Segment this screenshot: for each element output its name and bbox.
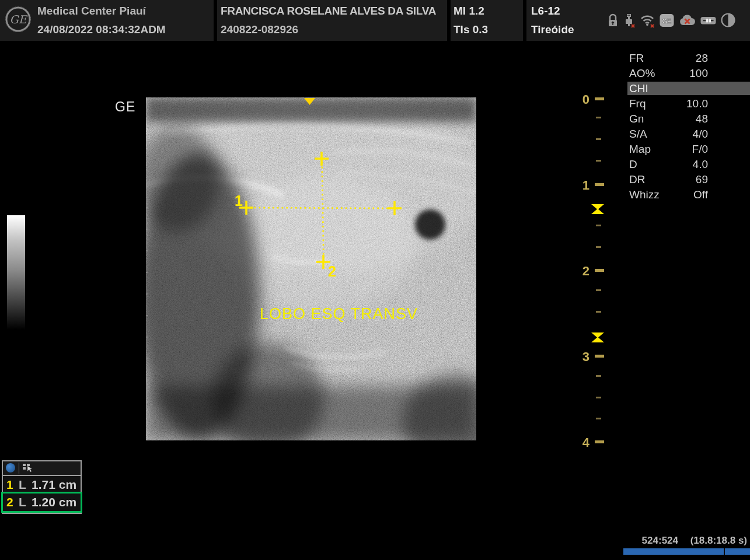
facility-name: Medical Center Piauí	[37, 5, 146, 18]
cine-progress-notch	[724, 548, 725, 555]
ruler-tick	[596, 160, 601, 162]
param-row-whizz: WhizzOff	[627, 188, 750, 203]
ruler-tick	[596, 375, 601, 377]
param-row-chi: CHI	[627, 82, 750, 95]
connector-icon	[700, 13, 717, 28]
caliper1-right-cross-icon[interactable]	[388, 201, 402, 215]
cine-time-span: (18.8:18.8 s)	[683, 535, 747, 547]
ruler-tick	[596, 246, 601, 248]
svg-text:GE: GE	[662, 18, 672, 24]
ultrasound-image: 1 2 LOBO ESQ TRANSV	[146, 97, 476, 440]
header-divider	[19, 463, 19, 474]
ruler-tick	[595, 183, 604, 186]
param-row-sa: S/A4/0	[627, 127, 750, 142]
image-annotation: LOBO ESQ TRANSV	[260, 305, 418, 323]
svg-text:GE: GE	[9, 13, 27, 26]
tis-value: TIs 0.3	[454, 23, 488, 36]
caliper-crosses	[239, 152, 402, 269]
focus-marker-icon	[591, 204, 605, 214]
mi-value: MI 1.2	[454, 5, 484, 18]
measure-tool-cursor-icon	[22, 463, 35, 475]
param-row-frq: Frq10.0	[627, 97, 750, 112]
ge-badge-icon: GE	[659, 13, 675, 28]
param-row-d: D4.0	[627, 158, 750, 173]
ruler-tick	[595, 97, 604, 100]
measurement-overlay: 1 2 LOBO ESQ TRANSV	[146, 97, 476, 440]
frame-counter: 524:524	[619, 535, 678, 547]
ultrasound-screen: GE Medical Center Piauí 24/08/2022 08:34…	[0, 0, 750, 560]
ruler-label: 0	[577, 92, 589, 107]
probe-name: L6-12	[531, 5, 560, 18]
caliper1-label: 1	[235, 192, 243, 209]
ruler-tick	[595, 269, 604, 272]
caliper2-dotted-line	[322, 162, 324, 258]
ruler-label: 4	[577, 435, 589, 450]
header-bar: GE Medical Center Piauí 24/08/2022 08:34…	[0, 0, 750, 41]
probe-orientation-marker-icon	[304, 98, 315, 105]
ge-logo-icon: GE	[5, 6, 32, 33]
param-row-fr: FR28	[627, 51, 750, 66]
measurement-box-header	[3, 461, 81, 476]
ruler-tick	[595, 355, 604, 358]
ruler-tick	[596, 225, 601, 226]
image-watermark: GE	[115, 99, 135, 115]
measurement-value: 1.20 cm	[32, 495, 76, 509]
usb-disconnected-icon	[622, 13, 636, 28]
caliper1-dotted-line	[250, 208, 391, 208]
cine-progress-bar[interactable]	[623, 548, 750, 555]
focus-marker-icon	[591, 332, 605, 342]
wifi-disconnected-icon	[640, 13, 655, 28]
param-row-map: MapF/0	[627, 142, 750, 158]
param-row-gn: Gn48	[627, 112, 750, 127]
exam-id: 240822-082926	[221, 23, 298, 36]
ruler-tick	[596, 311, 601, 313]
ruler-label: 1	[577, 178, 589, 193]
header-divider	[523, 0, 526, 41]
ruler-label: 2	[577, 264, 589, 279]
ruler-label: 3	[577, 349, 589, 365]
ruler-tick	[596, 138, 601, 140]
ruler-tick	[596, 289, 601, 291]
preset-name: Tireóide	[531, 23, 574, 36]
measurement-type: L	[19, 478, 26, 492]
header-divider	[214, 0, 217, 41]
measurement-row-2-selected[interactable]: 2 L 1.20 cm	[3, 494, 81, 511]
measurement-value: 1.71 cm	[32, 478, 76, 492]
lock-icon	[607, 13, 619, 28]
datetime: 24/08/2022 08:34:32ADM	[37, 23, 166, 36]
patient-name: FRANCISCA ROSELANE ALVES DA SILVA	[221, 5, 436, 18]
measure-set-dot-icon	[6, 463, 15, 473]
caliper2-label: 2	[328, 263, 336, 279]
grayscale-bar	[7, 215, 25, 330]
measurement-row-1[interactable]: 1 L 1.71 cm	[3, 476, 81, 494]
measurement-result-box: 1 L 1.71 cm 2 L 1.20 cm	[2, 460, 82, 514]
ruler-tick	[596, 397, 601, 398]
param-row-ao: AO%100	[627, 66, 750, 82]
ruler-tick	[596, 418, 601, 419]
header-divider	[447, 0, 451, 41]
measurement-index: 1	[6, 478, 13, 492]
contrast-icon	[720, 12, 736, 28]
param-row-dr: DR69	[627, 173, 750, 188]
measurement-index: 2	[6, 495, 13, 509]
ruler-tick	[596, 117, 601, 118]
status-icon-row: GE	[607, 12, 736, 28]
ruler-tick	[595, 440, 604, 443]
measurement-type: L	[19, 495, 26, 509]
caliper2-top-cross-icon[interactable]	[315, 152, 329, 166]
cloud-error-icon	[678, 13, 696, 28]
